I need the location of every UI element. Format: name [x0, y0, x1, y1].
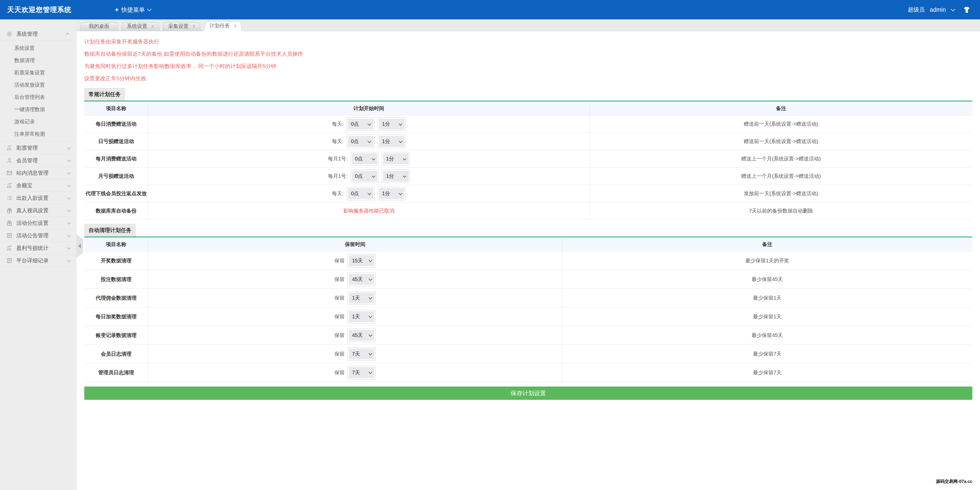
chevron-down-icon: [67, 158, 71, 162]
sidebar-item-activity-dividend-settings[interactable]: 活动分红设置: [0, 217, 76, 230]
save-plan-settings-button[interactable]: 保存计划设置: [84, 386, 972, 400]
warning-line: 数据库自动备份保留近7天的备份,如需使用自动备份的数据进行还原请联系平台技术人员…: [84, 51, 972, 56]
user-role: 超级员: [908, 6, 924, 14]
column-header: 备注: [590, 101, 972, 115]
sidebar-item-activity-announcement[interactable]: 活动公告管理: [0, 230, 76, 242]
sidebar-item-one-key-cleanup[interactable]: 一键清理数据: [0, 103, 76, 115]
chevron-down-icon: [372, 156, 375, 160]
list-icon: [6, 195, 12, 201]
chevron-down-icon: [67, 258, 71, 262]
schedule-label: 每月1号:: [328, 173, 348, 180]
chevron-down-icon: [369, 296, 372, 299]
remark: 赠送前一天(系统设置->赠送活动): [590, 115, 972, 133]
remark: 最少保留45天: [562, 326, 972, 345]
sidebar-item-game-records[interactable]: 游戏记录: [0, 115, 76, 128]
close-icon[interactable]: x: [151, 24, 154, 29]
sidebar-item-activity-grant-settings[interactable]: 活动发放设置: [0, 79, 76, 91]
section-auto-cleanup-tasks: 自动清理计划任务: [84, 224, 972, 237]
minute-select[interactable]: 1分: [382, 152, 410, 166]
chevron-up-icon: [66, 32, 70, 37]
sidebar-item-system-management[interactable]: 系统管理: [0, 27, 76, 40]
user-icon: [6, 158, 12, 163]
chevron-down-icon: [368, 192, 371, 195]
collapse-left-arrow-icon: [78, 244, 81, 248]
tab-my-desktop[interactable]: 我的桌面: [80, 21, 118, 31]
sidebar-item-live-video-settings[interactable]: 真人视讯设置: [0, 204, 76, 217]
hour-select[interactable]: 0点: [347, 135, 375, 148]
sidebar-item-payment-settings[interactable]: 出款入款设置: [0, 192, 76, 204]
hour-select[interactable]: 0点: [347, 187, 375, 200]
days-select[interactable]: 45天: [348, 329, 375, 342]
chevron-down-icon: [372, 174, 375, 177]
section-title: 自动清理计划任务: [84, 224, 136, 236]
hour-select[interactable]: 0点: [351, 169, 379, 183]
keep-label: 保留: [334, 276, 345, 283]
chevron-down-icon: [67, 208, 71, 212]
chevron-down-icon: [369, 259, 372, 262]
days-select[interactable]: 1天: [348, 310, 375, 324]
minute-select[interactable]: 1分: [378, 187, 406, 200]
sidebar-item-admin-list[interactable]: 后台管理列表: [0, 91, 76, 103]
table-row: 账变记录数据清理 保留 45天 最少保留45天: [84, 326, 972, 345]
keep-label: 保留: [334, 313, 345, 320]
gift-icon: [6, 208, 12, 213]
sidebar-item-system-settings[interactable]: 系统设置: [0, 42, 76, 54]
sidebar-item-yuebao[interactable]: 余额宝: [0, 179, 76, 192]
warning-line: 设置更改正常5分钟内生效: [84, 76, 972, 81]
chevron-down-icon: [147, 7, 151, 11]
keep-label: 保留: [334, 351, 345, 358]
days-select[interactable]: 7天: [348, 366, 375, 379]
tab-planned-tasks[interactable]: 计划任务 x: [204, 20, 242, 31]
hour-select[interactable]: 0点: [351, 152, 379, 166]
chevron-down-icon[interactable]: [951, 7, 955, 11]
news-icon: [6, 258, 12, 263]
sidebar-item-member-management[interactable]: 会员管理: [0, 154, 76, 167]
sidebar-item-data-cleanup[interactable]: 数据清理: [0, 54, 76, 66]
close-icon[interactable]: x: [192, 24, 195, 29]
sidebar-item-profit-loss-stats[interactable]: 盈利亏损统计: [0, 242, 76, 254]
quick-menu-button[interactable]: + 快捷菜单: [115, 6, 150, 14]
sidebar-item-label: 出款入款设置: [16, 195, 48, 201]
sidebar-item-lottery-management[interactable]: 彩票管理: [0, 142, 76, 154]
column-header: 项目名称: [84, 237, 148, 251]
chevron-down-icon: [67, 195, 71, 200]
sidebar-item-lottery-collect-settings[interactable]: 彩票采集设置: [0, 66, 76, 79]
days-select[interactable]: 1天: [348, 291, 375, 305]
regular-tasks-table: 项目名称 计划开始时间 备注 每日消费赠送活动 每天: 0点 1分 赠送前一天(…: [84, 101, 972, 220]
days-select[interactable]: 7天: [348, 347, 375, 361]
tab-collect-settings[interactable]: 采集设置 x: [162, 21, 201, 31]
sidebar-item-label: 盈利亏损统计: [16, 244, 48, 252]
chevron-down-icon: [67, 183, 71, 187]
sidebar-item-label: 余额宝: [16, 182, 32, 189]
chevron-down-icon: [399, 139, 402, 143]
news-icon: [6, 233, 12, 238]
table-row: 管理员日志清理 保留 7天 最少保留7天: [84, 363, 972, 382]
user-menu[interactable]: admin: [930, 6, 946, 13]
column-header: 保留时间: [148, 237, 562, 251]
days-select[interactable]: 45天: [348, 273, 375, 286]
schedule-label: 每天:: [332, 138, 344, 145]
column-header: 项目名称: [84, 101, 148, 115]
system-management-submenu: 系统设置 数据清理 彩票采集设置 活动发放设置 后台管理列表 一键清理数据 游戏…: [0, 40, 76, 142]
theme-shirt-icon[interactable]: [963, 6, 971, 13]
remark: 最少保留1天: [562, 289, 972, 307]
chevron-down-icon: [368, 122, 371, 125]
sidebar-item-label: 平台详细记录: [16, 257, 48, 264]
minute-select[interactable]: 1分: [378, 135, 406, 148]
sidebar-item-label: 活动公告管理: [16, 232, 48, 239]
chevron-down-icon: [403, 174, 406, 177]
close-icon[interactable]: x: [234, 23, 237, 28]
warning-notes: 计划任务由采集开奖服务器执行 数据库自动备份保留近7天的备份,如需使用自动备份的…: [84, 39, 972, 81]
sidebar-item-platform-detail-records[interactable]: 平台详细记录: [0, 254, 76, 267]
tab-system-settings[interactable]: 系统设置 x: [121, 21, 160, 31]
days-select[interactable]: 15天: [348, 254, 375, 268]
sidebar-item-label: 站内消息管理: [16, 169, 48, 177]
hour-select[interactable]: 0点: [347, 117, 375, 131]
sidebar: 系统管理 系统设置 数据清理 彩票采集设置 活动发放设置 后台管理列表 一键清理…: [0, 19, 76, 490]
sidebar-item-bet-anomaly-check[interactable]: 注单异常检测: [0, 128, 76, 140]
minute-select[interactable]: 1分: [382, 169, 410, 183]
sidebar-item-site-message-management[interactable]: 站内消息管理: [0, 167, 76, 179]
minute-select[interactable]: 1分: [378, 117, 406, 131]
keep-label: 保留: [334, 257, 345, 264]
column-header: 备注: [562, 237, 972, 251]
